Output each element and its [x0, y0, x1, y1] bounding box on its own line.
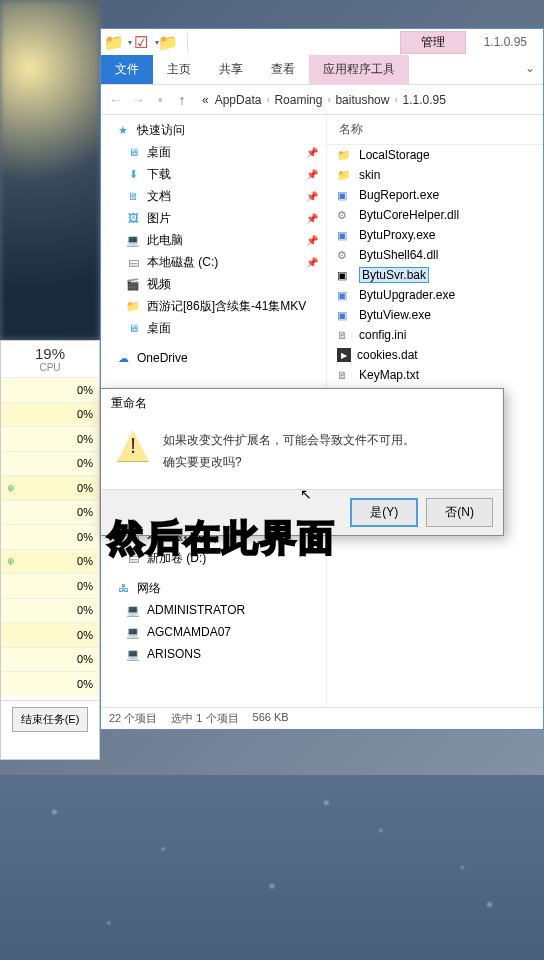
tab-file[interactable]: 文件	[101, 55, 153, 84]
dialog-message-1: 如果改变文件扩展名，可能会导致文件不可用。	[163, 430, 415, 452]
breadcrumb[interactable]: « AppData› Roaming› baitushow› 1.1.0.95	[199, 93, 449, 107]
nav-documents[interactable]: 🗎文档📌	[101, 185, 326, 207]
pin-icon: 📌	[306, 235, 318, 246]
ribbon: 文件 主页 共享 查看 应用程序工具 ⌄	[101, 55, 543, 85]
address-bar: ← → ▾ ↑ « AppData› Roaming› baitushow› 1…	[101, 85, 543, 115]
taskmgr-process-row[interactable]: 0%	[1, 402, 99, 427]
status-bar: 22 个项目 选中 1 个项目 566 KB	[101, 707, 543, 729]
nav-pictures[interactable]: 🖼图片📌	[101, 207, 326, 229]
taskmgr-process-row[interactable]: 0%	[1, 647, 99, 672]
taskmgr-process-row[interactable]: 0%	[1, 573, 99, 598]
nav-forward-icon[interactable]: →	[127, 89, 149, 111]
nav-computer-arisons[interactable]: 💻ARISONS	[101, 643, 326, 665]
taskmgr-process-row[interactable]: 0%	[1, 524, 99, 549]
dialog-title: 重命名	[101, 389, 503, 418]
nav-back-icon[interactable]: ←	[105, 89, 127, 111]
tab-share[interactable]: 共享	[205, 55, 257, 84]
no-button[interactable]: 否(N)	[426, 498, 493, 527]
file-item[interactable]: ▣BugReport.exe	[327, 185, 543, 205]
file-item[interactable]: 🗎config.ini	[327, 325, 543, 345]
titlebar: 📁▾ ☑▾ 📁 管理 1.1.0.95	[101, 29, 543, 55]
taskmgr-process-row[interactable]: 0%	[1, 598, 99, 623]
taskmgr-process-row[interactable]: 0%	[1, 426, 99, 451]
nav-local-c[interactable]: 🖴本地磁盘 (C:)📌	[101, 251, 326, 273]
video-caption-overlay: 然后在此界面	[108, 514, 336, 563]
file-item[interactable]: 📁LocalStorage	[327, 145, 543, 165]
cursor-icon: ↖	[300, 486, 312, 502]
end-task-button[interactable]: 结束任务(E)	[12, 707, 89, 732]
file-item[interactable]: ⚙BytuShell64.dll	[327, 245, 543, 265]
window-title-version: 1.1.0.95	[484, 35, 527, 49]
nav-thispc[interactable]: 💻此电脑📌	[101, 229, 326, 251]
manage-tab[interactable]: 管理	[400, 31, 466, 54]
warning-icon: !	[117, 430, 149, 462]
nav-desktop[interactable]: 🖥桌面📌	[101, 141, 326, 163]
file-item[interactable]: 📁skin	[327, 165, 543, 185]
cpu-label: CPU	[5, 362, 95, 373]
file-item[interactable]: ▣BytuSvr.bak	[327, 265, 543, 285]
taskmgr-process-row[interactable]: ⊕0%	[1, 549, 99, 574]
taskmgr-process-row[interactable]: 0%	[1, 622, 99, 647]
nav-network[interactable]: 🖧网络	[101, 577, 326, 599]
pin-icon: 📌	[306, 213, 318, 224]
status-selected: 选中 1 个项目	[171, 711, 238, 726]
taskmgr-process-row[interactable]: 0%	[1, 671, 99, 696]
task-manager-panel: 19% CPU 0%0%0%0%⊕0%0%0%⊕0%0%0%0%0%0% 结束任…	[0, 340, 100, 760]
nav-desktop-2[interactable]: 🖥桌面	[101, 317, 326, 339]
status-item-count: 22 个项目	[109, 711, 157, 726]
cpu-percent: 19%	[5, 345, 95, 362]
chevron-down-icon[interactable]: ▾	[149, 89, 171, 111]
nav-up-icon[interactable]: ↑	[171, 89, 193, 111]
yes-button[interactable]: 是(Y)	[350, 498, 418, 527]
nav-videos[interactable]: 🎬视频	[101, 273, 326, 295]
file-explorer-window: 📁▾ ☑▾ 📁 管理 1.1.0.95 文件 主页 共享 查看 应用程序工具 ⌄…	[100, 28, 544, 730]
file-item[interactable]: ▶cookies.dat	[327, 345, 543, 365]
pin-icon: 📌	[306, 169, 318, 180]
file-item[interactable]: ▣BytuView.exe	[327, 305, 543, 325]
pin-icon: 📌	[306, 257, 318, 268]
file-item[interactable]: ▣BytuProxy.exe	[327, 225, 543, 245]
taskmgr-process-row[interactable]: 0%	[1, 451, 99, 476]
taskmgr-process-row[interactable]: 0%	[1, 500, 99, 525]
taskmgr-process-row[interactable]: 0%	[1, 377, 99, 402]
tab-app-tools[interactable]: 应用程序工具	[309, 55, 409, 84]
pin-icon: 📌	[306, 147, 318, 158]
nav-computer-admin[interactable]: 💻ADMINISTRATOR	[101, 599, 326, 621]
pin-icon: 📌	[306, 191, 318, 202]
folder-icon: 📁	[105, 33, 123, 51]
nav-quick-access[interactable]: ★快速访问	[101, 119, 326, 141]
tab-view[interactable]: 查看	[257, 55, 309, 84]
ribbon-expand-icon[interactable]: ⌄	[517, 55, 543, 84]
check-icon[interactable]: ☑	[132, 33, 150, 51]
nav-onedrive[interactable]: ☁OneDrive	[101, 347, 326, 369]
file-item[interactable]: ▣BytuUpgrader.exe	[327, 285, 543, 305]
nav-computer-agc[interactable]: 💻AGCMAMDA07	[101, 621, 326, 643]
nav-downloads[interactable]: ⬇下载📌	[101, 163, 326, 185]
taskmgr-process-row[interactable]: ⊕0%	[1, 475, 99, 500]
folder-icon-2: 📁	[159, 33, 177, 51]
dialog-message-2: 确实要更改吗?	[163, 452, 415, 474]
status-size: 566 KB	[253, 711, 289, 726]
nav-folder-xiyou[interactable]: 📁西游记[86版]含续集-41集MKV	[101, 295, 326, 317]
column-header-name[interactable]: 名称	[327, 115, 543, 145]
file-item[interactable]: 🗎KeyMap.txt	[327, 365, 543, 385]
tab-home[interactable]: 主页	[153, 55, 205, 84]
file-item[interactable]: ⚙BytuCoreHelper.dll	[327, 205, 543, 225]
